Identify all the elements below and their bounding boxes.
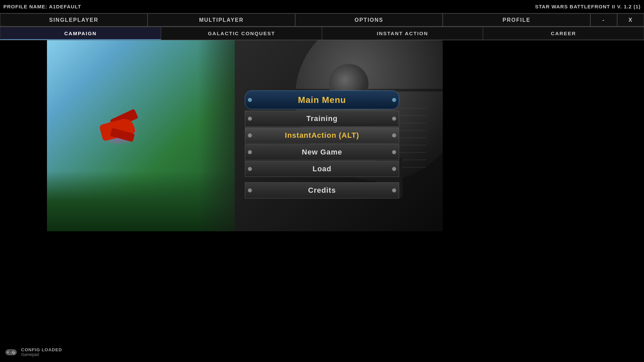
menu-item-instant-action-alt[interactable]: InstantAction (ALT): [245, 127, 399, 143]
nav-profile[interactable]: PROFILE: [443, 13, 590, 26]
menu-title: Main Menu: [245, 90, 399, 109]
subnav-galactic-conquest[interactable]: GALACTIC CONQUEST: [161, 27, 322, 40]
svg-point-6: [12, 352, 13, 353]
svg-point-5: [13, 353, 14, 354]
menu-item-load[interactable]: Load: [245, 161, 399, 177]
gamepad-text: Gamepad: [21, 352, 62, 357]
nav-minimize[interactable]: -: [590, 13, 617, 26]
nav-multiplayer[interactable]: MULTIPLAYER: [148, 13, 295, 26]
config-loaded-text: CONFIG LOADED: [21, 347, 62, 352]
gamepad-icon: [5, 348, 17, 356]
nav-singleplayer[interactable]: SINGLEPLAYER: [0, 13, 148, 26]
game-title: STAR WARS BATTLEFRONT II V. 1.2 (1): [535, 4, 641, 9]
sub-nav-bar: CAMPAIGN GALACTIC CONQUEST INSTANT ACTIO…: [0, 27, 644, 40]
menu-panel: Main Menu Training InstantAction (ALT) N…: [245, 90, 399, 199]
menu-item-credits[interactable]: Credits: [245, 182, 399, 198]
profile-name: PROFILE NAME: A1DEFAULT: [3, 4, 81, 9]
svg-rect-7: [10, 350, 12, 352]
svg-rect-2: [7, 352, 9, 353]
menu-item-new-game[interactable]: New Game: [245, 144, 399, 160]
main-content: Main Menu Training InstantAction (ALT) N…: [0, 40, 644, 362]
status-bar: CONFIG LOADED Gamepad: [0, 342, 134, 362]
nav-close[interactable]: X: [617, 13, 644, 26]
menu-gap: [245, 178, 399, 182]
subnav-campaign[interactable]: CAMPAIGN: [0, 27, 161, 40]
nav-options[interactable]: OPTIONS: [295, 13, 443, 26]
subnav-instant-action[interactable]: INSTANT ACTION: [322, 27, 483, 40]
menu-item-training[interactable]: Training: [245, 111, 399, 127]
status-text: CONFIG LOADED Gamepad: [21, 347, 62, 357]
nav-bar: SINGLEPLAYER MULTIPLAYER OPTIONS PROFILE…: [0, 13, 644, 27]
starfighter-image: [80, 107, 148, 147]
top-bar: PROFILE NAME: A1DEFAULT STAR WARS BATTLE…: [0, 0, 644, 13]
subnav-career[interactable]: CAREER: [483, 27, 644, 40]
